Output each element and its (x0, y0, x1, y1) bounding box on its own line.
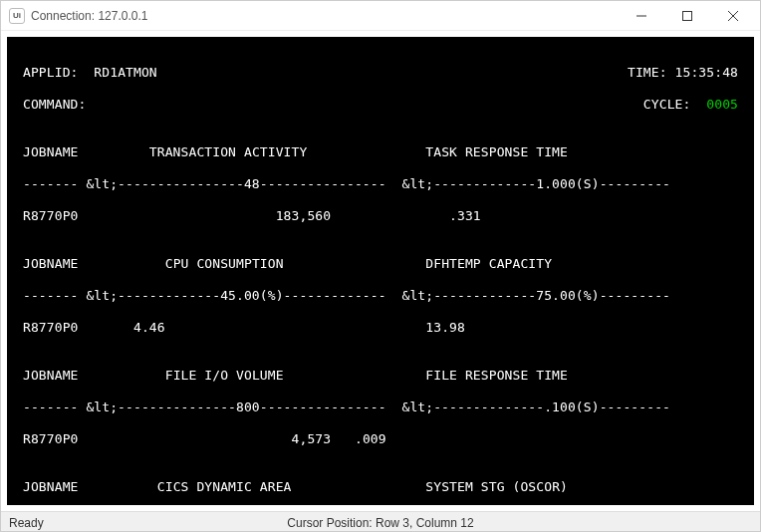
svg-rect-1 (683, 11, 692, 20)
statusbar: Ready Cursor Position: Row 3, Column 12 (1, 511, 760, 532)
window-title: Connection: 127.0.0.1 (31, 9, 147, 23)
section-data-row: R8770P0 4,573 .009 (23, 431, 386, 447)
maximize-button[interactable] (664, 1, 710, 31)
titlebar: Ui Connection: 127.0.0.1 (1, 1, 760, 31)
section-header: JOBNAME FILE I/O VOLUME FILE RESPONSE TI… (23, 368, 568, 384)
section-ruler: ------- &lt;----------------48----------… (23, 176, 670, 192)
terminal-screen[interactable]: APPLID: RD1ATMONTIME: 15:35:48 COMMAND:C… (7, 37, 754, 505)
time-value: 15:35:48 (675, 65, 738, 80)
section-header: JOBNAME CICS DYNAMIC AREA SYSTEM STG (OS… (23, 479, 568, 495)
section-data-row: R8770P0 183,560 .331 (23, 208, 481, 224)
status-ready: Ready (9, 516, 44, 530)
applid-value: RD1ATMON (94, 65, 156, 80)
status-cursor-position: Cursor Position: Row 3, Column 12 (287, 516, 473, 530)
applid-label: APPLID: (23, 65, 79, 80)
window-controls (619, 1, 756, 31)
section-header: JOBNAME TRANSACTION ACTIVITY TASK RESPON… (23, 144, 568, 160)
section-data-row: R8770P0 4.46 13.98 (23, 320, 465, 336)
section-ruler: ------- &lt;-------------45.00(%)-------… (23, 288, 670, 304)
section-ruler: ------- &lt;---------------800----------… (23, 399, 670, 415)
time-label: TIME: (628, 65, 667, 80)
minimize-button[interactable] (619, 1, 664, 31)
section-header: JOBNAME CPU CONSUMPTION DFHTEMP CAPACITY (23, 256, 552, 272)
app-icon: Ui (9, 8, 25, 24)
close-button[interactable] (710, 1, 756, 31)
cycle-value: 0005 (706, 97, 738, 112)
cycle-label: CYCLE: (643, 97, 691, 112)
command-label: COMMAND: (23, 97, 86, 112)
